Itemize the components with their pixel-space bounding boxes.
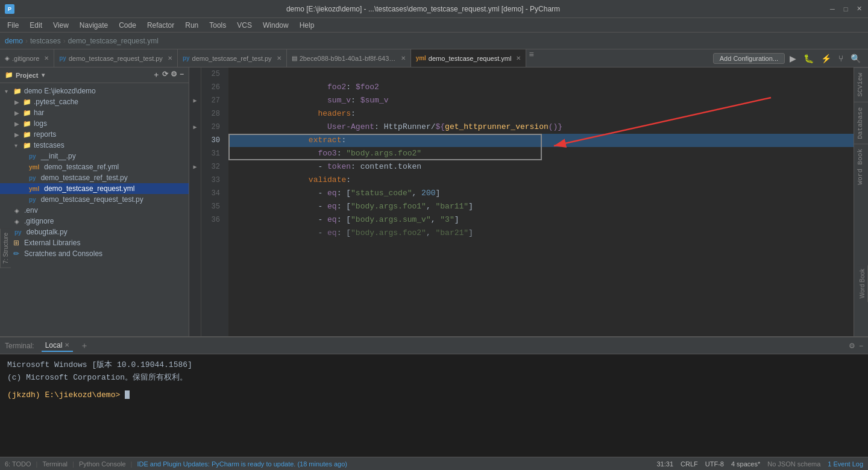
window-controls: ─ □ ✕ [828, 5, 863, 13]
tab-gitignore-label: .gitignore [12, 55, 39, 62]
gutter-28 [189, 107, 201, 121]
breadcrumb-bar: demo › testcases › demo_testcase_request… [0, 33, 868, 49]
tree-item-external-libs[interactable]: ▶ ⊞ External Libraries [0, 237, 189, 248]
add-configuration-button[interactable]: Add Configuration... [713, 53, 785, 64]
side-tab-structure[interactable]: 7: Structure [0, 229, 11, 268]
add-icon[interactable]: ＋ [153, 70, 160, 80]
tab-ref-test[interactable]: py demo_testcase_ref_test.py ✕ [178, 49, 287, 67]
tab-request-test[interactable]: py demo_testcase_request_test.py ✕ [54, 49, 178, 67]
tab-gitignore-close[interactable]: ✕ [44, 55, 49, 61]
menu-run[interactable]: Run [180, 20, 203, 31]
tree-item-har[interactable]: ▶ 📁 har [0, 107, 189, 118]
tab-request-test-close[interactable]: ✕ [168, 55, 172, 61]
tree-item-logs[interactable]: ▶ 📁 logs [0, 118, 189, 129]
menu-window[interactable]: Window [258, 20, 294, 31]
tab-request-yml[interactable]: yml demo_testcase_request.yml ✕ [411, 49, 527, 67]
tree-item-ref-yml[interactable]: yml demo_testcase_ref.yml [0, 161, 189, 172]
debug-button[interactable]: 🐛 [801, 52, 816, 64]
menu-refactor[interactable]: Refactor [142, 20, 179, 31]
tree-item-demo[interactable]: ▾ 📁 demo E:\jiekozd\demo [0, 86, 189, 96]
tab-ref-test-close[interactable]: ✕ [277, 55, 281, 61]
add-terminal-button[interactable]: ＋ [80, 340, 89, 351]
tree-item-pytest-cache[interactable]: ▶ 📁 .pytest_cache [0, 96, 189, 107]
fold-27[interactable]: ▶ [193, 97, 197, 104]
tab-request-yml-close[interactable]: ✕ [516, 55, 521, 61]
line-num-34: 34 [201, 187, 224, 200]
status-left: 6: TODO | Terminal | Python Console | ID… [5, 460, 652, 468]
tree-item-request-yml[interactable]: yml demo_testcase_request.yml [0, 183, 189, 194]
line-separator[interactable]: CRLF [681, 460, 698, 468]
breadcrumb-testcases[interactable]: testcases [30, 37, 61, 45]
side-tab-wordbook[interactable]: Word Book [854, 143, 868, 189]
close-button[interactable]: ✕ [855, 5, 863, 13]
tab-gitignore[interactable]: ◈ .gitignore ✕ [0, 49, 54, 67]
gitignore-file-icon: ◈ [14, 218, 19, 225]
minimize-button[interactable]: ─ [828, 5, 837, 13]
tree-item-reports[interactable]: ▶ 📁 reports [0, 129, 189, 140]
python-console-btn[interactable]: Python Console [79, 460, 126, 468]
tree-item-testcases[interactable]: ▾ 📁 testcases [0, 140, 189, 151]
chevron-har: ▶ [14, 110, 20, 116]
demo-folder-icon: 📁 [13, 87, 22, 95]
todo-button[interactable]: 6: TODO [5, 460, 31, 468]
tree-item-gitignore[interactable]: ◈ .gitignore [0, 216, 189, 227]
tab-run-log-close[interactable]: ✕ [401, 55, 406, 61]
external-libs-icon: ⊞ [13, 239, 19, 247]
terminal-settings-icon[interactable]: ⚙ [849, 342, 855, 350]
search-everywhere-button[interactable]: 🔍 [848, 52, 863, 64]
terminal-content[interactable]: Microsoft Windows [版本 10.0.19044.1586] (… [0, 354, 868, 457]
ide-message[interactable]: IDE and Plugin Updates: PyCharm is ready… [137, 460, 347, 468]
settings-icon[interactable]: ⚙ [171, 70, 177, 80]
cursor-position[interactable]: 31:31 [657, 460, 674, 468]
menu-navigate[interactable]: Navigate [75, 20, 113, 31]
title-bar: P demo [E:\jiekozd\demo] - ...\testcases… [0, 0, 868, 18]
tree-item-ref-yml-label: demo_testcase_ref.yml [44, 163, 119, 171]
event-log[interactable]: 1 Event Log [828, 460, 863, 468]
tab-run-log[interactable]: ▤ 2bece088-b9b1-40a1-bf8f-643b2adff731.r… [287, 49, 411, 67]
menu-view[interactable]: View [48, 20, 74, 31]
breadcrumb-demo[interactable]: demo [5, 37, 23, 45]
side-tab-database[interactable]: Database [854, 102, 868, 144]
side-tab-wordbook-right[interactable]: Word Book [857, 265, 868, 302]
terminal-tab-local[interactable]: Local ✕ [42, 340, 74, 352]
sync-icon[interactable]: ⟳ [162, 70, 168, 80]
line-num-33: 33 [201, 174, 224, 187]
menu-help[interactable]: Help [295, 20, 319, 31]
maximize-button[interactable]: □ [841, 5, 850, 13]
log-icon: ▤ [292, 55, 297, 61]
terminal-minimize-icon[interactable]: − [859, 342, 863, 350]
window-title: demo [E:\jiekozd\demo] - ...\testcases\d… [18, 5, 828, 13]
terminal-status-btn[interactable]: Terminal [42, 460, 68, 468]
menu-file[interactable]: File [2, 20, 24, 31]
tree-item-scratches[interactable]: ▶ ✏ Scratches and Consoles [0, 248, 189, 259]
side-tab-scview[interactable]: SCView [854, 67, 868, 102]
panel-dropdown-icon[interactable]: ▾ [42, 72, 45, 78]
tree-item-request-test-py[interactable]: py demo_testcase_request_test.py [0, 194, 189, 205]
tree-item-debugtalk[interactable]: py debugtalk.py [0, 227, 189, 237]
profile-button[interactable]: ⚡ [819, 52, 834, 64]
tree-item-ref-test-py[interactable]: py demo_testcase_ref_test.py [0, 172, 189, 183]
run-button[interactable]: ▶ [787, 52, 799, 64]
gitignore-icon: ◈ [5, 55, 10, 61]
terminal-prompt: (jkzdh) E:\jiekozd\demo> [7, 390, 120, 400]
tree-item-init[interactable]: py __init__.py [0, 151, 189, 161]
code-line-25: foo2: $foo2 [228, 67, 854, 81]
terminal-line-3: (jkzdh) E:\jiekozd\demo> [7, 389, 861, 402]
menu-code[interactable]: Code [114, 20, 141, 31]
gutter-29: ▶ [189, 121, 201, 134]
terminal-area: Terminal: Local ✕ ＋ ⚙ − Microsoft Window… [0, 336, 868, 457]
terminal-local-close[interactable]: ✕ [64, 342, 69, 348]
indent[interactable]: 4 spaces* [731, 460, 760, 468]
breadcrumb-file[interactable]: demo_testcase_request.yml [68, 37, 159, 45]
menu-tools[interactable]: Tools [204, 20, 231, 31]
collapse-icon[interactable]: − [180, 70, 184, 80]
tree-item-env[interactable]: ◈ .env [0, 205, 189, 216]
menu-vcs[interactable]: VCS [232, 20, 257, 31]
fold-29[interactable]: ▶ [193, 124, 197, 131]
encoding[interactable]: UTF-8 [705, 460, 724, 468]
fold-32[interactable]: ▶ [193, 163, 197, 171]
menu-edit[interactable]: Edit [25, 20, 47, 31]
tabs-overflow[interactable]: ≡ [526, 49, 536, 67]
vcs-button[interactable]: ⑂ [836, 52, 846, 64]
code-line-36: - eq: ["body.args.foo2", "bar21"] [228, 213, 854, 227]
